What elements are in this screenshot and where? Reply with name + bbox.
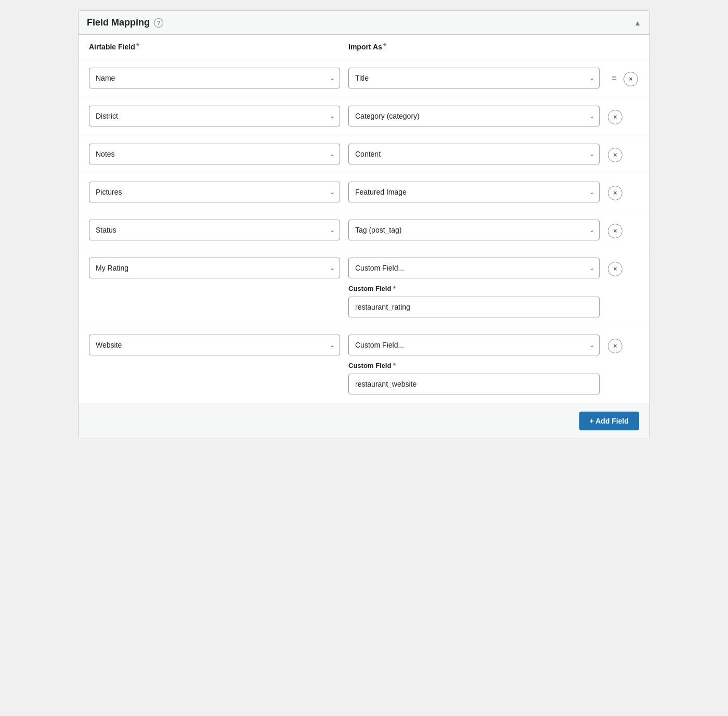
import-as-group-1: TitleContentCategory (category)Featured … bbox=[348, 106, 600, 126]
import-field-4: TitleContentCategory (category)Featured … bbox=[348, 220, 600, 240]
row-actions-2: × bbox=[608, 144, 639, 162]
import-field-5: TitleContentCategory (category)Featured … bbox=[348, 258, 600, 278]
airtable-select-6[interactable]: NameDistrictNotesPicturesStatusMy Rating… bbox=[89, 335, 340, 355]
panel-title: Field Mapping bbox=[87, 17, 150, 28]
airtable-field-1: NameDistrictNotesPicturesStatusMy Rating… bbox=[89, 106, 340, 126]
remove-button-1[interactable]: × bbox=[608, 110, 622, 124]
airtable-select-3[interactable]: NameDistrictNotesPicturesStatusMy Rating… bbox=[89, 182, 340, 202]
import-as-header: Import As* bbox=[348, 42, 600, 52]
panel-footer: + Add Field bbox=[79, 403, 649, 439]
row-actions-0: ≡× bbox=[608, 68, 639, 86]
mapping-rows-container: NameDistrictNotesPicturesStatusMy Rating… bbox=[79, 59, 649, 403]
import-select-4[interactable]: TitleContentCategory (category)Featured … bbox=[348, 220, 600, 240]
import-as-group-6: TitleContentCategory (category)Featured … bbox=[348, 335, 600, 394]
custom-field-input-6[interactable] bbox=[348, 374, 600, 394]
columns-header: Airtable Field* Import As* bbox=[79, 35, 649, 59]
import-select-5[interactable]: TitleContentCategory (category)Featured … bbox=[348, 258, 600, 278]
mapping-row: NameDistrictNotesPicturesStatusMy Rating… bbox=[79, 211, 649, 249]
row-actions-6: × bbox=[608, 335, 639, 353]
import-select-6[interactable]: TitleContentCategory (category)Featured … bbox=[348, 335, 600, 355]
remove-button-5[interactable]: × bbox=[608, 262, 622, 276]
airtable-field-2: NameDistrictNotesPicturesStatusMy Rating… bbox=[89, 144, 340, 164]
import-field-1: TitleContentCategory (category)Featured … bbox=[348, 106, 600, 126]
remove-button-4[interactable]: × bbox=[608, 224, 622, 238]
mapping-row: NameDistrictNotesPicturesStatusMy Rating… bbox=[79, 249, 649, 326]
row-actions-5: × bbox=[608, 258, 639, 276]
panel-title-group: Field Mapping ? bbox=[87, 17, 163, 28]
airtable-field-header: Airtable Field* bbox=[89, 42, 340, 52]
drag-handle-icon[interactable]: ≡ bbox=[608, 72, 620, 84]
import-as-group-3: TitleContentCategory (category)Featured … bbox=[348, 182, 600, 202]
import-field-6: TitleContentCategory (category)Featured … bbox=[348, 335, 600, 355]
airtable-field-5: NameDistrictNotesPicturesStatusMy Rating… bbox=[89, 258, 340, 278]
import-field-2: TitleContentCategory (category)Featured … bbox=[348, 144, 600, 164]
custom-field-input-5[interactable] bbox=[348, 297, 600, 317]
import-select-1[interactable]: TitleContentCategory (category)Featured … bbox=[348, 106, 600, 126]
custom-field-label-5: Custom Field * bbox=[348, 285, 600, 292]
row-actions-4: × bbox=[608, 220, 639, 238]
remove-button-6[interactable]: × bbox=[608, 339, 622, 353]
import-select-2[interactable]: TitleContentCategory (category)Featured … bbox=[348, 144, 600, 164]
import-select-3[interactable]: TitleContentCategory (category)Featured … bbox=[348, 182, 600, 202]
airtable-select-4[interactable]: NameDistrictNotesPicturesStatusMy Rating… bbox=[89, 220, 340, 240]
import-field-3: TitleContentCategory (category)Featured … bbox=[348, 182, 600, 202]
field-mapping-panel: Field Mapping ? ▲ Airtable Field* Import… bbox=[78, 10, 650, 439]
mapping-row: NameDistrictNotesPicturesStatusMy Rating… bbox=[79, 135, 649, 173]
import-as-group-0: TitleContentCategory (category)Featured … bbox=[348, 68, 600, 88]
add-field-button[interactable]: + Add Field bbox=[579, 412, 639, 430]
airtable-field-4: NameDistrictNotesPicturesStatusMy Rating… bbox=[89, 220, 340, 240]
import-select-0[interactable]: TitleContentCategory (category)Featured … bbox=[348, 68, 600, 88]
import-as-group-2: TitleContentCategory (category)Featured … bbox=[348, 144, 600, 164]
mapping-row: NameDistrictNotesPicturesStatusMy Rating… bbox=[79, 97, 649, 135]
airtable-field-0: NameDistrictNotesPicturesStatusMy Rating… bbox=[89, 68, 340, 88]
row-actions-3: × bbox=[608, 182, 639, 200]
airtable-field-3: NameDistrictNotesPicturesStatusMy Rating… bbox=[89, 182, 340, 202]
airtable-select-2[interactable]: NameDistrictNotesPicturesStatusMy Rating… bbox=[89, 144, 340, 164]
import-as-group-4: TitleContentCategory (category)Featured … bbox=[348, 220, 600, 240]
help-icon[interactable]: ? bbox=[154, 18, 163, 28]
import-as-group-5: TitleContentCategory (category)Featured … bbox=[348, 258, 600, 317]
mapping-row: NameDistrictNotesPicturesStatusMy Rating… bbox=[79, 326, 649, 403]
custom-field-label-6: Custom Field * bbox=[348, 362, 600, 369]
collapse-icon[interactable]: ▲ bbox=[634, 19, 641, 27]
mapping-row: NameDistrictNotesPicturesStatusMy Rating… bbox=[79, 59, 649, 97]
row-actions-1: × bbox=[608, 106, 639, 124]
panel-header: Field Mapping ? ▲ bbox=[79, 11, 649, 35]
airtable-field-6: NameDistrictNotesPicturesStatusMy Rating… bbox=[89, 335, 340, 355]
mapping-row: NameDistrictNotesPicturesStatusMy Rating… bbox=[79, 173, 649, 211]
airtable-select-5[interactable]: NameDistrictNotesPicturesStatusMy Rating… bbox=[89, 258, 340, 278]
airtable-select-1[interactable]: NameDistrictNotesPicturesStatusMy Rating… bbox=[89, 106, 340, 126]
remove-button-2[interactable]: × bbox=[608, 148, 622, 162]
remove-button-3[interactable]: × bbox=[608, 186, 622, 200]
remove-button-0[interactable]: × bbox=[623, 72, 638, 86]
import-field-0: TitleContentCategory (category)Featured … bbox=[348, 68, 600, 88]
airtable-select-0[interactable]: NameDistrictNotesPicturesStatusMy Rating… bbox=[89, 68, 340, 88]
